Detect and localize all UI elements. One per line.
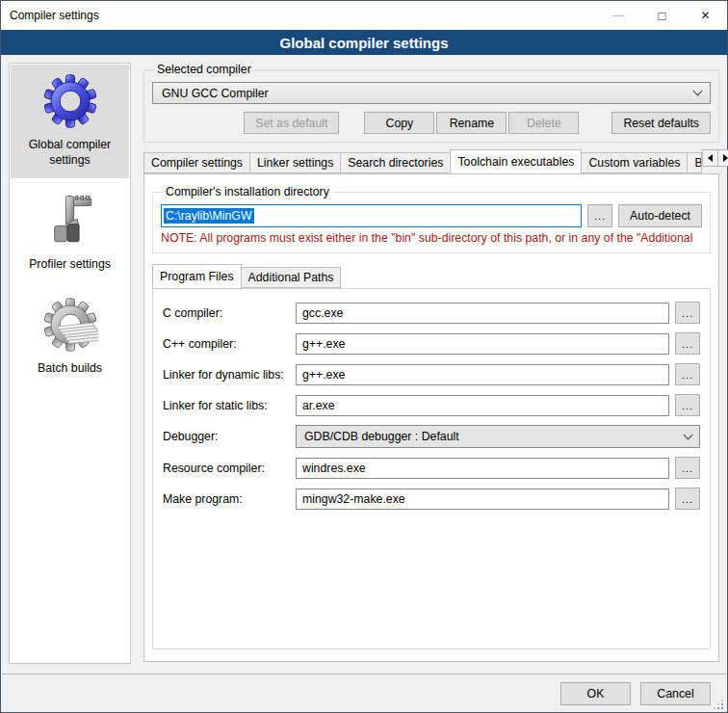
sidebar-item-batch-builds[interactable]: Batch builds xyxy=(11,288,129,386)
field-row-c-compiler: C compiler: ... xyxy=(163,302,700,324)
c-compiler-browse-button[interactable]: ... xyxy=(675,302,700,324)
installation-directory-browse-button[interactable]: ... xyxy=(587,204,612,227)
compiler-settings-window: Compiler settings — □ ✕ Global compiler … xyxy=(0,0,728,713)
static-linker-label: Linker for static libs: xyxy=(163,399,296,412)
tab-scroll-buttons xyxy=(702,149,728,167)
sidebar-item-global-compiler-settings[interactable]: Global compiler settings xyxy=(11,65,129,178)
c-compiler-label: C compiler: xyxy=(163,306,296,320)
window-controls: — □ ✕ xyxy=(597,1,727,30)
tab-build-options[interactable]: Build options xyxy=(687,152,702,173)
tab-toolchain-executables[interactable]: Toolchain executables xyxy=(450,149,582,174)
program-files-tabstrip: Program Files Additional Paths xyxy=(152,264,711,288)
make-program-browse-button[interactable]: ... xyxy=(675,488,700,510)
installation-directory-row: C:\raylib\MinGW ... Auto-detect xyxy=(161,204,702,227)
toolchain-executables-pane: Compiler's installation directory C:\ray… xyxy=(143,173,719,662)
settings-tabstrip: Compiler settings Linker settings Search… xyxy=(143,149,719,173)
installation-directory-group: Compiler's installation directory C:\ray… xyxy=(152,185,711,253)
sidebar: Global compiler settings xyxy=(9,63,131,664)
gray-gear-stack-icon xyxy=(42,297,98,353)
make-program-input[interactable] xyxy=(296,489,669,510)
installation-directory-legend: Compiler's installation directory xyxy=(163,185,332,198)
tab-program-files[interactable]: Program Files xyxy=(152,264,242,289)
cancel-button[interactable]: Cancel xyxy=(640,682,711,705)
dynamic-linker-browse-button[interactable]: ... xyxy=(675,363,700,385)
sidebar-item-label: Global compiler settings xyxy=(13,138,127,169)
dialog-body: Global compiler settings xyxy=(1,55,727,673)
tab-additional-paths[interactable]: Additional Paths xyxy=(241,267,342,288)
auto-detect-button[interactable]: Auto-detect xyxy=(618,204,702,227)
dialog-footer: OK Cancel xyxy=(2,673,726,712)
tab-scroll-right-icon[interactable] xyxy=(717,149,728,167)
compiler-buttons-row: Set as default Copy Rename Delete Reset … xyxy=(152,112,711,134)
dynamic-linker-label: Linker for dynamic libs: xyxy=(163,368,296,382)
titlebar: Compiler settings — □ ✕ xyxy=(1,1,727,30)
static-linker-input[interactable] xyxy=(296,395,669,416)
static-linker-browse-button[interactable]: ... xyxy=(675,394,700,416)
debugger-select-value: GDB/CDB debugger : Default xyxy=(304,430,459,443)
installation-note: NOTE: All programs must exist either in … xyxy=(161,231,702,245)
debugger-select[interactable]: GDB/CDB debugger : Default xyxy=(296,425,700,448)
tab-linker-settings[interactable]: Linker settings xyxy=(249,152,341,173)
rename-button[interactable]: Rename xyxy=(436,112,507,134)
compiler-select[interactable]: GNU GCC Compiler xyxy=(152,82,711,104)
reset-defaults-button[interactable]: Reset defaults xyxy=(611,112,711,134)
ok-button[interactable]: OK xyxy=(560,682,631,705)
field-row-dynamic-linker: Linker for dynamic libs: ... xyxy=(163,363,700,385)
program-files-pane: C compiler: ... C++ compiler: ... Linker… xyxy=(152,288,711,649)
resize-grip[interactable] xyxy=(713,699,723,709)
installation-directory-input[interactable]: C:\raylib\MinGW xyxy=(161,204,582,227)
resource-compiler-browse-button[interactable]: ... xyxy=(675,457,700,479)
close-icon[interactable]: ✕ xyxy=(684,1,727,30)
window-title: Compiler settings xyxy=(10,9,99,22)
cpp-compiler-input[interactable] xyxy=(296,333,669,355)
blue-gear-icon xyxy=(42,73,98,129)
maximize-icon[interactable]: □ xyxy=(640,1,684,30)
tab-custom-variables[interactable]: Custom variables xyxy=(581,152,688,173)
installation-directory-value: C:\raylib\MinGW xyxy=(164,208,254,224)
field-row-cpp-compiler: C++ compiler: ... xyxy=(163,332,700,355)
field-row-resource-compiler: Resource compiler: ... xyxy=(163,457,700,479)
field-row-static-linker: Linker for static libs: ... xyxy=(163,394,700,416)
sidebar-item-label: Profiler settings xyxy=(29,257,111,273)
chevron-down-icon xyxy=(684,430,693,439)
sidebar-item-label: Batch builds xyxy=(38,361,102,377)
page-title: Global compiler settings xyxy=(1,30,727,55)
sidebar-item-profiler-settings[interactable]: Profiler settings xyxy=(11,184,129,282)
cpp-compiler-browse-button[interactable]: ... xyxy=(675,332,700,355)
set-as-default-button: Set as default xyxy=(244,112,339,134)
minimize-icon: — xyxy=(597,1,640,30)
main-content: Selected compiler GNU GCC Compiler Set a… xyxy=(143,63,719,673)
c-compiler-input[interactable] xyxy=(296,303,669,324)
tab-scroll-left-icon[interactable] xyxy=(702,149,718,167)
selected-compiler-group: Selected compiler GNU GCC Compiler Set a… xyxy=(143,63,719,143)
tab-compiler-settings[interactable]: Compiler settings xyxy=(143,152,250,173)
make-program-label: Make program: xyxy=(163,492,296,506)
debugger-label: Debugger: xyxy=(163,430,296,443)
delete-button: Delete xyxy=(508,112,579,134)
field-row-debugger: Debugger: GDB/CDB debugger : Default xyxy=(163,425,700,448)
selected-compiler-legend: Selected compiler xyxy=(154,63,254,76)
resource-compiler-input[interactable] xyxy=(296,458,669,479)
chevron-down-icon xyxy=(693,87,703,96)
cpp-compiler-label: C++ compiler: xyxy=(163,337,296,351)
tab-search-directories[interactable]: Search directories xyxy=(340,152,451,173)
dynamic-linker-input[interactable] xyxy=(296,364,669,385)
resource-compiler-label: Resource compiler: xyxy=(163,462,296,475)
copy-button[interactable]: Copy xyxy=(364,112,434,134)
compiler-select-value: GNU GCC Compiler xyxy=(162,87,269,100)
caliper-icon xyxy=(42,193,98,249)
field-row-make-program: Make program: ... xyxy=(163,488,700,510)
